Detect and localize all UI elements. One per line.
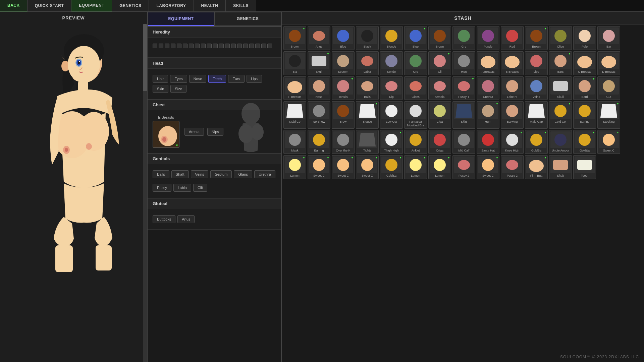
stash-item[interactable]: Sweet C▼ [477, 155, 499, 179]
stash-item[interactable]: Glans [404, 76, 427, 100]
heredity-dot[interactable] [267, 44, 272, 48]
tag-clit[interactable]: Clit [193, 184, 207, 192]
stash-item[interactable]: Blonde [380, 26, 403, 50]
stash-item[interactable]: Shaft [549, 155, 572, 179]
stash-item[interactable]: Low Cut [380, 101, 403, 129]
stash-item[interactable]: Black [356, 26, 379, 50]
back-button[interactable]: BACK [0, 0, 28, 11]
stash-item[interactable]: Sweet C▼ [356, 155, 379, 179]
stash-item[interactable]: Earri▼ [573, 76, 596, 100]
stash-item[interactable]: Anklet [404, 130, 427, 154]
heredity-dot[interactable] [249, 44, 254, 48]
nav-health[interactable]: HEALTH [194, 0, 226, 11]
stash-item[interactable]: Run [452, 51, 475, 75]
heredity-dot[interactable] [261, 44, 266, 48]
heredity-dot[interactable] [159, 44, 163, 48]
stash-item[interactable]: Sweet C▼ [597, 130, 620, 154]
stash-item[interactable]: Gre [404, 51, 427, 75]
heredity-dot[interactable] [213, 44, 218, 48]
stash-item[interactable]: Gre [452, 26, 475, 50]
tag-teeth[interactable]: Teeth [208, 75, 226, 83]
stash-item[interactable]: Skirt [452, 101, 475, 129]
stash-item[interactable]: Gold&a▼ [380, 155, 403, 179]
stash-item[interactable]: Fantasea Moulded Bra [404, 101, 427, 129]
stash-item[interactable]: Knee High▼ [501, 130, 524, 154]
tag-buttocks[interactable]: Buttocks [153, 215, 175, 223]
stash-item[interactable]: Sweet C▼ [332, 155, 355, 179]
stash-item[interactable]: Mask [283, 130, 306, 154]
tag-areola[interactable]: Areola [184, 128, 204, 136]
tag-balls[interactable]: Balls [153, 170, 169, 178]
stash-item[interactable]: Skull▼ [308, 51, 330, 75]
stash-item[interactable]: Pussy-T▼ [452, 76, 475, 100]
stash-item[interactable]: Cli▼ [428, 51, 451, 75]
stash-item[interactable]: Stocking▼ [597, 101, 620, 129]
tag-size[interactable]: Size [170, 85, 186, 93]
stash-item[interactable]: Earwing [501, 101, 524, 129]
stash-item[interactable]: Lumen▼ [428, 155, 451, 179]
stash-item[interactable]: Brown [428, 26, 451, 50]
tag-skin[interactable]: Skin [153, 85, 168, 93]
stash-item[interactable]: Ears▼ [549, 51, 572, 75]
stash-item[interactable]: Nose [308, 76, 330, 100]
stash-item[interactable]: Tonsils▼ [332, 76, 355, 100]
stash-item[interactable]: Armola [428, 76, 451, 100]
stash-item[interactable]: Balls [356, 76, 379, 100]
heredity-dot[interactable] [165, 44, 169, 48]
nav-quick-start[interactable]: QUICK START [28, 0, 72, 11]
preview-scrollbar[interactable] [143, 24, 147, 362]
tag-septum[interactable]: Septum [210, 170, 232, 178]
heredity-dot[interactable] [243, 44, 248, 48]
stash-item[interactable]: Urethra [477, 76, 499, 100]
heredity-dot[interactable] [231, 44, 236, 48]
tag-anus[interactable]: Anus [177, 215, 195, 223]
stash-item[interactable]: Origa [428, 130, 451, 154]
stash-item[interactable]: Nip [380, 76, 403, 100]
nav-laboratory[interactable]: LABORATORY [149, 0, 194, 11]
stash-item[interactable]: Lumen▼ [404, 155, 427, 179]
stash-item[interactable]: Pale [573, 26, 596, 50]
nav-skills[interactable]: SKILLS [226, 0, 256, 11]
stash-item[interactable]: Brow [332, 101, 355, 129]
heredity-dot[interactable] [171, 44, 175, 48]
tag-hair[interactable]: Hair [153, 75, 168, 83]
stash-item[interactable]: Lumen▼ [283, 155, 306, 179]
stash-item[interactable]: A Breasts [477, 51, 499, 75]
stash-item[interactable]: Bla [283, 51, 306, 75]
stash-item[interactable]: Olive [549, 26, 572, 50]
stash-item[interactable]: F Breasts [283, 76, 306, 100]
tab-genetics[interactable]: GENETICS [214, 12, 281, 26]
stash-item[interactable]: Earring [308, 130, 330, 154]
stash-item[interactable]: Tights [356, 130, 379, 154]
chest-thumbnail[interactable]: ★ [153, 121, 179, 148]
stash-item[interactable]: Hum▼ [477, 101, 499, 129]
stash-item[interactable]: Blouse▼ [356, 101, 379, 129]
heredity-dot[interactable] [153, 44, 157, 48]
heredity-dot[interactable] [177, 44, 181, 48]
scrollbar-thumb[interactable] [143, 24, 147, 91]
heredity-dot[interactable] [195, 44, 200, 48]
stash-item[interactable]: Santa Hat [477, 130, 499, 154]
heredity-dot[interactable] [201, 44, 206, 48]
stash-item[interactable]: Blue [332, 26, 355, 50]
nav-genetics[interactable]: GENETICS [112, 0, 149, 11]
stash-item[interactable]: Earring [573, 101, 596, 129]
stash-item[interactable]: Lips [525, 51, 548, 75]
stash-item[interactable]: Maid Co [283, 101, 306, 129]
stash-item[interactable]: Undie Amour [549, 130, 572, 154]
tag-glans[interactable]: Glans [234, 170, 252, 178]
stash-item[interactable]: Tooth [573, 155, 596, 179]
stash-item[interactable]: C Breasts [573, 51, 596, 75]
stash-item[interactable]: Pussy 2 [501, 155, 524, 179]
stash-item[interactable]: Labia [356, 51, 379, 75]
stash-item[interactable]: Sweet C▼ [308, 155, 330, 179]
stash-item[interactable]: Ciga [428, 101, 451, 129]
stash-item[interactable]: No Show [308, 101, 330, 129]
stash-item[interactable]: Purple [477, 26, 499, 50]
stash-item[interactable]: Gold Col▼ [549, 101, 572, 129]
stash-item[interactable]: Gut [597, 76, 620, 100]
stash-item[interactable]: D Breasts [597, 51, 620, 75]
tag-shaft[interactable]: Shaft [171, 170, 189, 178]
stash-item[interactable]: Gold&a▼ [573, 130, 596, 154]
stash-item[interactable]: Pussy 2 [452, 155, 475, 179]
